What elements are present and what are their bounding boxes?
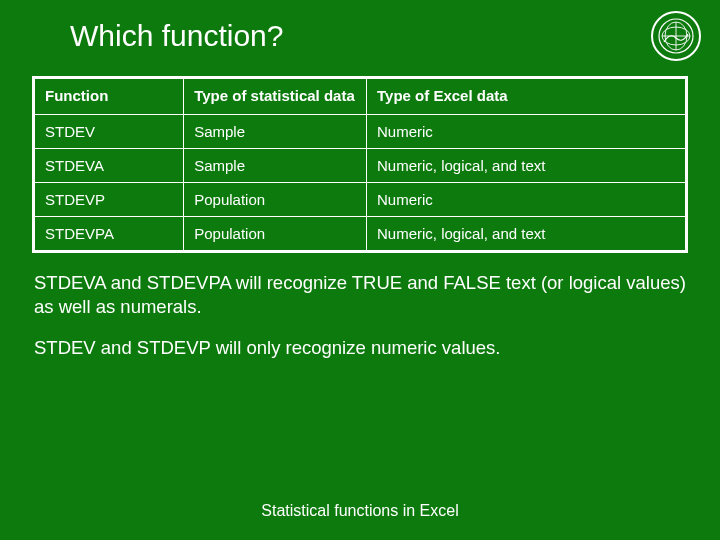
cell: Sample: [184, 149, 367, 183]
table-row: STDEVA Sample Numeric, logical, and text: [34, 149, 687, 183]
table-row: STDEV Sample Numeric: [34, 115, 687, 149]
footer-text: Statistical functions in Excel: [0, 502, 720, 520]
slide-title: Which function?: [70, 19, 283, 53]
cell: Numeric, logical, and text: [367, 217, 687, 252]
cell: Numeric, logical, and text: [367, 149, 687, 183]
cell: STDEVPA: [34, 217, 184, 252]
note-text: STDEVA and STDEVPA will recognize TRUE a…: [34, 271, 686, 318]
col-header: Type of Excel data: [367, 78, 687, 115]
cell: STDEVP: [34, 183, 184, 217]
function-table: Function Type of statistical data Type o…: [32, 76, 688, 253]
table-row: STDEVP Population Numeric: [34, 183, 687, 217]
cell: Population: [184, 183, 367, 217]
cell: Numeric: [367, 115, 687, 149]
institute-seal-icon: [650, 10, 702, 62]
note-text: STDEV and STDEVP will only recognize num…: [34, 336, 686, 360]
table-row: STDEVPA Population Numeric, logical, and…: [34, 217, 687, 252]
cell: Sample: [184, 115, 367, 149]
cell: STDEVA: [34, 149, 184, 183]
col-header: Function: [34, 78, 184, 115]
cell: Population: [184, 217, 367, 252]
cell: Numeric: [367, 183, 687, 217]
cell: STDEV: [34, 115, 184, 149]
col-header: Type of statistical data: [184, 78, 367, 115]
table-header-row: Function Type of statistical data Type o…: [34, 78, 687, 115]
